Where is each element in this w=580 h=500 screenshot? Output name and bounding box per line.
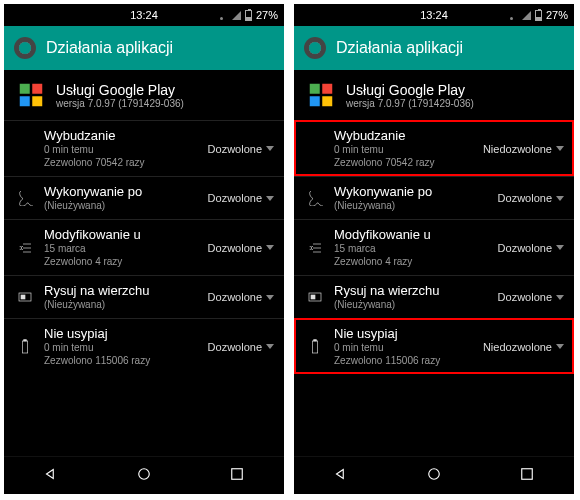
permission-list: Wybudzanie 0 min temu Zezwolono 70542 ra… bbox=[294, 120, 574, 374]
app-name: Usługi Google Play bbox=[346, 82, 474, 98]
battery-icon bbox=[245, 10, 252, 21]
permission-count: Zezwolono 70542 razy bbox=[334, 156, 483, 169]
nav-recent-icon[interactable] bbox=[518, 465, 536, 487]
chevron-down-icon bbox=[556, 344, 564, 349]
svg-rect-9 bbox=[314, 339, 317, 340]
clock: 13:24 bbox=[364, 9, 504, 21]
appbar-title: Działania aplikacji bbox=[46, 39, 173, 57]
permission-title: Wybudzanie bbox=[44, 128, 208, 143]
chevron-down-icon bbox=[266, 344, 274, 349]
permission-subtitle: 0 min temu bbox=[44, 341, 208, 354]
permission-action-dropdown[interactable]: Niedozwolone bbox=[483, 341, 564, 353]
app-version: wersja 7.0.97 (1791429-036) bbox=[346, 98, 474, 109]
permission-row[interactable]: Rysuj na wierzchu (Nieużywana) Dozwolone bbox=[4, 275, 284, 318]
row-icon bbox=[302, 190, 328, 206]
row-icon bbox=[12, 240, 38, 256]
settings-gear-icon bbox=[14, 37, 36, 59]
permission-action-dropdown[interactable]: Dozwolone bbox=[498, 192, 564, 204]
permission-action-dropdown[interactable]: Dozwolone bbox=[498, 242, 564, 254]
svg-point-10 bbox=[429, 468, 440, 479]
svg-rect-7 bbox=[311, 295, 315, 299]
permission-subtitle: 15 marca bbox=[44, 242, 208, 255]
permission-action-label: Dozwolone bbox=[208, 242, 262, 254]
permission-count: Zezwolono 4 razy bbox=[44, 255, 208, 268]
permission-action-dropdown[interactable]: Dozwolone bbox=[498, 291, 564, 303]
permission-row[interactable]: Modyfikowanie u 15 marca Zezwolono 4 raz… bbox=[294, 219, 574, 275]
permission-count: Zezwolono 70542 razy bbox=[44, 156, 208, 169]
nav-bar bbox=[294, 456, 574, 494]
nav-back-icon[interactable] bbox=[42, 465, 60, 487]
battery-percent: 27% bbox=[546, 9, 568, 21]
permission-action-label: Dozwolone bbox=[498, 291, 552, 303]
permission-subtitle: (Nieużywana) bbox=[44, 199, 208, 212]
permission-subtitle: 0 min temu bbox=[334, 143, 483, 156]
permission-action-label: Dozwolone bbox=[208, 341, 262, 353]
wifi-icon bbox=[216, 10, 228, 20]
permission-row[interactable]: Nie usypiaj 0 min temu Zezwolono 115006 … bbox=[4, 318, 284, 374]
permission-action-dropdown[interactable]: Dozwolone bbox=[208, 242, 274, 254]
permission-subtitle: 15 marca bbox=[334, 242, 498, 255]
chevron-down-icon bbox=[556, 196, 564, 201]
permission-subtitle: 0 min temu bbox=[334, 341, 483, 354]
phone-right: 13:24 27% Działania aplikacji Usługi Goo… bbox=[294, 4, 574, 494]
permission-action-dropdown[interactable]: Dozwolone bbox=[208, 192, 274, 204]
nav-bar bbox=[4, 456, 284, 494]
permission-action-dropdown[interactable]: Dozwolone bbox=[208, 341, 274, 353]
wifi-icon bbox=[506, 10, 518, 20]
nav-home-icon[interactable] bbox=[135, 465, 153, 487]
permission-title: Wykonywanie po bbox=[44, 184, 208, 199]
nav-home-icon[interactable] bbox=[425, 465, 443, 487]
permission-row[interactable]: Nie usypiaj 0 min temu Zezwolono 115006 … bbox=[294, 318, 574, 374]
permission-row[interactable]: Wykonywanie po (Nieużywana) Dozwolone bbox=[294, 176, 574, 219]
permission-action-dropdown[interactable]: Dozwolone bbox=[208, 143, 274, 155]
status-bar: 13:24 27% bbox=[4, 4, 284, 26]
permission-list: Wybudzanie 0 min temu Zezwolono 70542 ra… bbox=[4, 120, 284, 374]
play-services-icon bbox=[16, 80, 46, 110]
chevron-down-icon bbox=[266, 245, 274, 250]
battery-percent: 27% bbox=[256, 9, 278, 21]
play-services-icon bbox=[306, 80, 336, 110]
permission-row[interactable]: Wybudzanie 0 min temu Zezwolono 70542 ra… bbox=[4, 120, 284, 176]
permission-title: Nie usypiaj bbox=[334, 326, 483, 341]
permission-subtitle: (Nieużywana) bbox=[44, 298, 208, 311]
app-name: Usługi Google Play bbox=[56, 82, 184, 98]
chevron-down-icon bbox=[266, 295, 274, 300]
permission-title: Wykonywanie po bbox=[334, 184, 498, 199]
clock: 13:24 bbox=[74, 9, 214, 21]
permission-action-dropdown[interactable]: Dozwolone bbox=[208, 291, 274, 303]
permission-title: Modyfikowanie u bbox=[334, 227, 498, 242]
svg-rect-11 bbox=[522, 468, 533, 479]
permission-count: Zezwolono 115006 razy bbox=[334, 354, 483, 367]
row-icon bbox=[12, 289, 38, 305]
row-icon bbox=[302, 339, 328, 355]
chevron-down-icon bbox=[266, 146, 274, 151]
permission-count: Zezwolono 4 razy bbox=[334, 255, 498, 268]
permission-row[interactable]: Modyfikowanie u 15 marca Zezwolono 4 raz… bbox=[4, 219, 284, 275]
chevron-down-icon bbox=[556, 245, 564, 250]
permission-row[interactable]: Wykonywanie po (Nieużywana) Dozwolone bbox=[4, 176, 284, 219]
app-version: wersja 7.0.97 (1791429-036) bbox=[56, 98, 184, 109]
permission-title: Rysuj na wierzchu bbox=[334, 283, 498, 298]
row-icon bbox=[12, 190, 38, 206]
row-icon bbox=[302, 289, 328, 305]
chevron-down-icon bbox=[266, 196, 274, 201]
permission-action-dropdown[interactable]: Niedozwolone bbox=[483, 143, 564, 155]
phone-left: 13:24 27% Działania aplikacji Usługi Goo… bbox=[4, 4, 284, 494]
permission-row[interactable]: Rysuj na wierzchu (Nieużywana) Dozwolone bbox=[294, 275, 574, 318]
chevron-down-icon bbox=[556, 146, 564, 151]
app-bar: Działania aplikacji bbox=[4, 26, 284, 70]
svg-rect-2 bbox=[22, 341, 27, 353]
permission-title: Modyfikowanie u bbox=[44, 227, 208, 242]
permission-row[interactable]: Wybudzanie 0 min temu Zezwolono 70542 ra… bbox=[294, 120, 574, 176]
svg-rect-1 bbox=[21, 295, 25, 299]
row-icon bbox=[302, 240, 328, 256]
status-bar: 13:24 27% bbox=[294, 4, 574, 26]
permission-subtitle: 0 min temu bbox=[44, 143, 208, 156]
settings-gear-icon bbox=[304, 37, 326, 59]
permission-subtitle: (Nieużywana) bbox=[334, 298, 498, 311]
permission-count: Zezwolono 115006 razy bbox=[44, 354, 208, 367]
svg-rect-8 bbox=[312, 341, 317, 353]
nav-recent-icon[interactable] bbox=[228, 465, 246, 487]
permission-action-label: Niedozwolone bbox=[483, 341, 552, 353]
nav-back-icon[interactable] bbox=[332, 465, 350, 487]
